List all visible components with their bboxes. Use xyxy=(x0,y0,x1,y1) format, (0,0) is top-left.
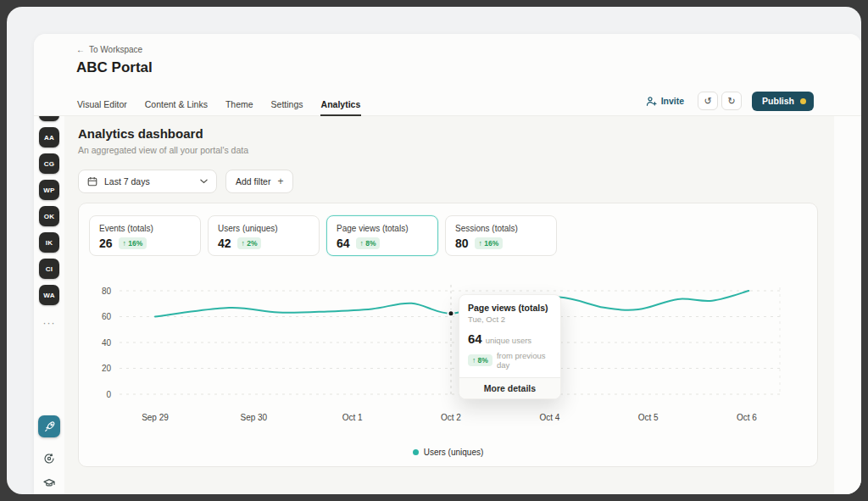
redo-button[interactable]: ↻ xyxy=(721,92,742,110)
x-axis-label: Oct 6 xyxy=(713,413,781,424)
date-range-value: Last 7 days xyxy=(104,176,193,186)
workspace-avatar[interactable]: CG xyxy=(39,153,59,174)
section-subheading: An aggregated view of all your portal's … xyxy=(78,145,248,155)
page-title: ABC Portal xyxy=(76,59,153,76)
tab-bar: Visual EditorContent & LinksThemeSetting… xyxy=(76,93,361,116)
x-axis-label: Oct 4 xyxy=(515,413,583,424)
workspace-avatar[interactable]: OK xyxy=(39,206,59,226)
legend-dot-icon xyxy=(413,449,419,455)
workspace-avatar[interactable]: CI xyxy=(39,259,59,279)
workspace-avatar[interactable]: WP xyxy=(39,180,59,200)
chart-plot-area xyxy=(120,282,785,401)
workspace-avatar[interactable]: WA xyxy=(39,285,59,305)
legend-item[interactable]: Users (uniques) xyxy=(79,448,817,457)
automations-icon[interactable] xyxy=(38,448,60,470)
analytics-card: Events (totals)26↑ 16%Users (uniques)42↑… xyxy=(78,203,818,467)
chevron-down-icon xyxy=(200,179,208,184)
chart-tooltip: Page views (totals) Tue, Oct 2 64 unique… xyxy=(459,294,561,399)
publish-label: Publish xyxy=(762,96,794,106)
tooltip-title: Page views (totals) xyxy=(468,303,552,313)
x-axis-label: Sep 30 xyxy=(220,413,287,424)
undo-button[interactable]: ↺ xyxy=(698,92,718,110)
app-header: ← To Workspace ABC Portal Visual EditorC… xyxy=(34,34,861,116)
rocket-icon[interactable] xyxy=(38,415,60,437)
workspace-avatar[interactable]: AA xyxy=(39,127,59,148)
app-panel: + AAAACGWPOKIKCIWA ··· xyxy=(34,34,861,494)
invite-user-icon xyxy=(646,96,657,107)
legend-label: Users (uniques) xyxy=(424,448,484,457)
y-axis-label: 80 xyxy=(79,286,111,297)
x-axis-label: Sep 29 xyxy=(121,413,189,424)
section-heading: Analytics dashboard xyxy=(78,126,203,141)
tab-settings[interactable]: Settings xyxy=(270,93,304,116)
tooltip-date: Tue, Oct 2 xyxy=(468,315,552,324)
more-details-button[interactable]: More details xyxy=(459,377,560,398)
back-to-workspace-link[interactable]: ← To Workspace xyxy=(76,45,142,54)
tooltip-delta-badge: ↑ 8% xyxy=(468,354,492,366)
tab-visual-editor[interactable]: Visual Editor xyxy=(76,93,128,116)
y-axis-label: 20 xyxy=(79,363,111,374)
more-workspaces-icon[interactable]: ··· xyxy=(34,317,64,329)
back-arrow-icon: ← xyxy=(76,45,85,54)
workspace-avatar[interactable]: IK xyxy=(39,232,59,253)
calendar-icon xyxy=(87,176,97,186)
tab-theme[interactable]: Theme xyxy=(225,93,254,116)
line-chart: Users (uniques) Page views (totals) Tue,… xyxy=(79,203,817,466)
add-filter-button[interactable]: Add filter + xyxy=(225,170,293,193)
hover-point-dot xyxy=(448,310,453,316)
history-buttons: ↺ ↻ xyxy=(698,92,742,110)
invite-button[interactable]: Invite xyxy=(646,96,684,107)
tab-content-links[interactable]: Content & Links xyxy=(144,93,209,116)
invite-label: Invite xyxy=(661,96,684,106)
tooltip-value-suffix: unique users xyxy=(486,336,531,345)
x-axis-label: Oct 5 xyxy=(615,413,682,424)
x-axis-label: Oct 1 xyxy=(319,413,387,424)
y-axis-label: 40 xyxy=(79,337,111,348)
back-label: To Workspace xyxy=(89,45,142,54)
publish-status-dot xyxy=(800,98,806,104)
x-axis-label: Oct 2 xyxy=(417,413,485,424)
header-controls: Invite ↺ ↻ Publish xyxy=(646,90,814,112)
tooltip-delta-suffix: from previous day xyxy=(497,351,552,370)
analytics-section: Analytics dashboard An aggregated view o… xyxy=(64,116,834,494)
plus-icon: + xyxy=(277,175,283,187)
y-axis-label: 60 xyxy=(79,311,111,322)
y-axis-label: 0 xyxy=(79,389,111,400)
date-range-select[interactable]: Last 7 days xyxy=(78,170,217,193)
tooltip-value: 64 xyxy=(468,331,482,346)
app-window: + AAAACGWPOKIKCIWA ··· xyxy=(7,7,861,494)
tab-analytics[interactable]: Analytics xyxy=(320,93,362,116)
graduation-cap-icon[interactable] xyxy=(38,472,60,494)
publish-button[interactable]: Publish xyxy=(752,92,814,111)
add-filter-label: Add filter xyxy=(236,176,270,186)
